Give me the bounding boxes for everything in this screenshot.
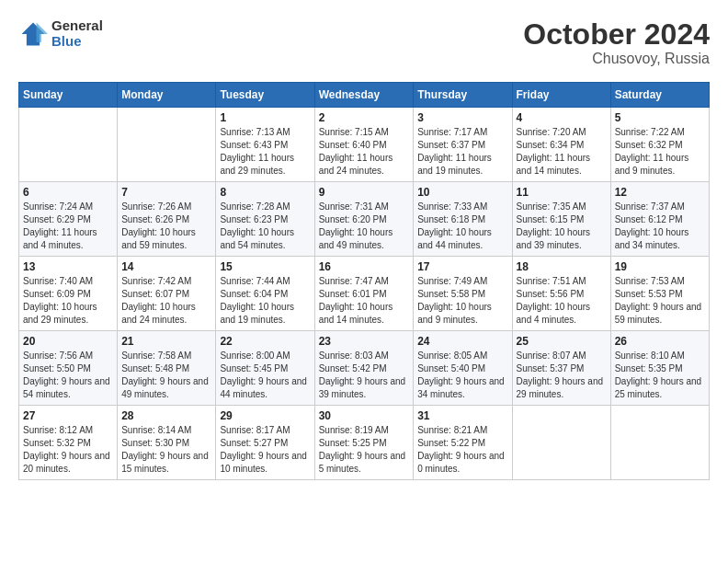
week-row-4: 20Sunrise: 7:56 AM Sunset: 5:50 PM Dayli… [19,331,710,406]
day-detail: Sunrise: 7:37 AM Sunset: 6:12 PM Dayligh… [615,201,705,252]
day-detail: Sunrise: 8:12 AM Sunset: 5:32 PM Dayligh… [23,424,113,476]
weekday-header-thursday: Thursday [414,83,512,108]
calendar-table: SundayMondayTuesdayWednesdayThursdayFrid… [18,82,710,480]
day-number: 16 [319,260,410,273]
title-block: October 2024 Chusovoy, Russia [523,18,710,67]
day-number: 24 [417,335,507,348]
day-number: 25 [517,335,607,348]
day-detail: Sunrise: 7:35 AM Sunset: 6:15 PM Dayligh… [517,201,607,252]
weekday-header-sunday: Sunday [19,83,118,108]
calendar-cell: 25Sunrise: 8:07 AM Sunset: 5:37 PM Dayli… [512,331,610,406]
weekday-header-monday: Monday [118,83,216,108]
day-detail: Sunrise: 7:13 AM Sunset: 6:43 PM Dayligh… [220,126,310,178]
calendar-cell: 14Sunrise: 7:42 AM Sunset: 6:07 PM Dayli… [118,257,216,331]
day-number: 27 [23,409,113,422]
day-detail: Sunrise: 7:24 AM Sunset: 6:29 PM Dayligh… [23,201,113,252]
day-number: 11 [517,186,607,199]
calendar-cell: 27Sunrise: 8:12 AM Sunset: 5:32 PM Dayli… [19,406,118,480]
svg-marker-1 [37,22,48,41]
calendar-cell [610,406,709,480]
week-row-1: 1Sunrise: 7:13 AM Sunset: 6:43 PM Daylig… [19,108,710,182]
month-title: October 2024 [523,18,710,51]
calendar-cell: 10Sunrise: 7:33 AM Sunset: 6:18 PM Dayli… [414,182,512,257]
calendar-cell: 8Sunrise: 7:28 AM Sunset: 6:23 PM Daylig… [216,182,314,257]
day-detail: Sunrise: 8:21 AM Sunset: 5:22 PM Dayligh… [417,424,507,476]
day-number: 9 [319,186,410,199]
day-detail: Sunrise: 7:49 AM Sunset: 5:58 PM Dayligh… [417,275,507,327]
calendar-cell: 4Sunrise: 7:20 AM Sunset: 6:34 PM Daylig… [512,108,610,182]
day-detail: Sunrise: 7:31 AM Sunset: 6:20 PM Dayligh… [319,201,410,252]
day-detail: Sunrise: 7:33 AM Sunset: 6:18 PM Dayligh… [417,201,507,252]
day-detail: Sunrise: 7:15 AM Sunset: 6:40 PM Dayligh… [319,126,410,178]
calendar-cell: 29Sunrise: 8:17 AM Sunset: 5:27 PM Dayli… [216,406,314,480]
week-row-5: 27Sunrise: 8:12 AM Sunset: 5:32 PM Dayli… [19,406,710,480]
day-number: 18 [517,260,607,273]
day-number: 5 [615,111,705,124]
day-number: 19 [615,260,705,273]
calendar-cell: 22Sunrise: 8:00 AM Sunset: 5:45 PM Dayli… [216,331,314,406]
page-header: General Blue October 2024 Chusovoy, Russ… [18,18,710,67]
day-number: 31 [417,409,507,422]
calendar-cell [118,108,216,182]
day-number: 6 [23,186,113,199]
day-detail: Sunrise: 7:40 AM Sunset: 6:09 PM Dayligh… [23,275,113,327]
calendar-cell: 7Sunrise: 7:26 AM Sunset: 6:26 PM Daylig… [118,182,216,257]
calendar-cell: 30Sunrise: 8:19 AM Sunset: 5:25 PM Dayli… [314,406,414,480]
day-number: 4 [517,111,607,124]
day-detail: Sunrise: 7:58 AM Sunset: 5:48 PM Dayligh… [121,350,211,401]
day-number: 30 [319,409,410,422]
day-detail: Sunrise: 7:53 AM Sunset: 5:53 PM Dayligh… [615,275,705,327]
day-detail: Sunrise: 7:56 AM Sunset: 5:50 PM Dayligh… [23,350,113,401]
calendar-cell: 16Sunrise: 7:47 AM Sunset: 6:01 PM Dayli… [314,257,414,331]
day-detail: Sunrise: 7:26 AM Sunset: 6:26 PM Dayligh… [121,201,211,252]
calendar-cell: 24Sunrise: 8:05 AM Sunset: 5:40 PM Dayli… [414,331,512,406]
day-detail: Sunrise: 7:17 AM Sunset: 6:37 PM Dayligh… [417,126,507,178]
day-detail: Sunrise: 7:20 AM Sunset: 6:34 PM Dayligh… [517,126,607,178]
day-detail: Sunrise: 7:51 AM Sunset: 5:56 PM Dayligh… [517,275,607,327]
day-number: 8 [220,186,310,199]
calendar-cell: 3Sunrise: 7:17 AM Sunset: 6:37 PM Daylig… [414,108,512,182]
location-title: Chusovoy, Russia [523,51,710,67]
weekday-header-tuesday: Tuesday [216,83,314,108]
calendar-cell: 1Sunrise: 7:13 AM Sunset: 6:43 PM Daylig… [216,108,314,182]
calendar-cell: 31Sunrise: 8:21 AM Sunset: 5:22 PM Dayli… [414,406,512,480]
weekday-header-saturday: Saturday [610,83,709,108]
day-number: 13 [23,260,113,273]
day-number: 28 [121,409,211,422]
weekday-header-friday: Friday [512,83,610,108]
calendar-cell: 20Sunrise: 7:56 AM Sunset: 5:50 PM Dayli… [19,331,118,406]
day-detail: Sunrise: 7:42 AM Sunset: 6:07 PM Dayligh… [121,275,211,327]
logo-text: General Blue [51,18,103,49]
day-number: 29 [220,409,310,422]
calendar-cell: 2Sunrise: 7:15 AM Sunset: 6:40 PM Daylig… [314,108,414,182]
day-detail: Sunrise: 8:00 AM Sunset: 5:45 PM Dayligh… [220,350,310,401]
calendar-cell: 9Sunrise: 7:31 AM Sunset: 6:20 PM Daylig… [314,182,414,257]
day-number: 22 [220,335,310,348]
day-detail: Sunrise: 8:17 AM Sunset: 5:27 PM Dayligh… [220,424,310,476]
calendar-cell: 17Sunrise: 7:49 AM Sunset: 5:58 PM Dayli… [414,257,512,331]
calendar-cell: 13Sunrise: 7:40 AM Sunset: 6:09 PM Dayli… [19,257,118,331]
day-detail: Sunrise: 7:44 AM Sunset: 6:04 PM Dayligh… [220,275,310,327]
calendar-cell: 15Sunrise: 7:44 AM Sunset: 6:04 PM Dayli… [216,257,314,331]
day-number: 15 [220,260,310,273]
calendar-cell [512,406,610,480]
day-number: 1 [220,111,310,124]
day-number: 21 [121,335,211,348]
calendar-cell: 5Sunrise: 7:22 AM Sunset: 6:32 PM Daylig… [610,108,709,182]
calendar-cell: 26Sunrise: 8:10 AM Sunset: 5:35 PM Dayli… [610,331,709,406]
day-detail: Sunrise: 8:07 AM Sunset: 5:37 PM Dayligh… [517,350,607,401]
day-detail: Sunrise: 8:19 AM Sunset: 5:25 PM Dayligh… [319,424,410,476]
day-detail: Sunrise: 8:03 AM Sunset: 5:42 PM Dayligh… [319,350,410,401]
day-detail: Sunrise: 7:28 AM Sunset: 6:23 PM Dayligh… [220,201,310,252]
day-detail: Sunrise: 7:22 AM Sunset: 6:32 PM Dayligh… [615,126,705,178]
calendar-cell: 23Sunrise: 8:03 AM Sunset: 5:42 PM Dayli… [314,331,414,406]
calendar-cell: 19Sunrise: 7:53 AM Sunset: 5:53 PM Dayli… [610,257,709,331]
logo-icon [18,19,48,49]
day-number: 23 [319,335,410,348]
logo-blue-text: Blue [51,34,103,50]
calendar-cell [19,108,118,182]
week-row-3: 13Sunrise: 7:40 AM Sunset: 6:09 PM Dayli… [19,257,710,331]
calendar-cell: 11Sunrise: 7:35 AM Sunset: 6:15 PM Dayli… [512,182,610,257]
day-number: 12 [615,186,705,199]
calendar-cell: 12Sunrise: 7:37 AM Sunset: 6:12 PM Dayli… [610,182,709,257]
